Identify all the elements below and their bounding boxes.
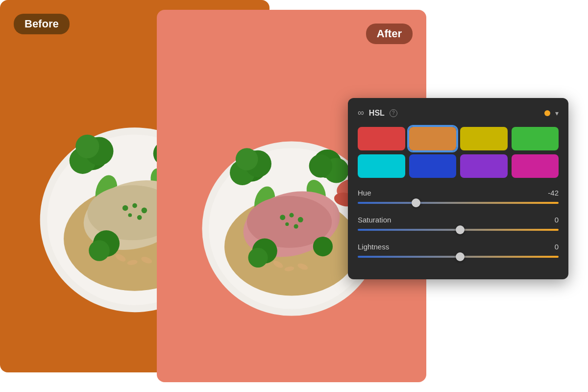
- hue-track[interactable]: [358, 202, 559, 204]
- swatch-green[interactable]: [512, 127, 559, 150]
- hue-label: Hue: [358, 189, 371, 197]
- saturation-label: Saturation: [358, 216, 391, 224]
- swatch-blue[interactable]: [409, 154, 457, 178]
- hue-slider-section: Hue -42: [358, 189, 559, 204]
- lightness-value: 0: [555, 243, 559, 251]
- svg-point-18: [142, 208, 147, 214]
- swatch-yellow[interactable]: [460, 127, 508, 150]
- svg-point-16: [122, 205, 128, 211]
- svg-point-33: [236, 148, 258, 171]
- hsl-panel: ∞ HSL ? ▾ Hue -: [348, 98, 568, 279]
- color-swatches: [358, 127, 559, 178]
- lightness-label: Lightness: [358, 243, 389, 251]
- swatch-purple[interactable]: [460, 154, 508, 178]
- hue-value: -42: [548, 189, 559, 197]
- svg-point-19: [128, 213, 132, 217]
- svg-point-43: [280, 215, 285, 220]
- panel-header-left: ∞ HSL ?: [358, 108, 397, 118]
- svg-point-20: [137, 215, 142, 220]
- panel-header: ∞ HSL ? ▾: [358, 108, 559, 118]
- svg-point-25: [89, 240, 110, 261]
- svg-point-44: [289, 213, 294, 218]
- svg-point-53: [313, 237, 333, 256]
- hsl-title: HSL: [369, 109, 385, 118]
- after-label: After: [366, 24, 413, 44]
- svg-point-45: [298, 217, 303, 222]
- swatch-cyan[interactable]: [358, 154, 405, 178]
- svg-point-36: [309, 154, 332, 177]
- svg-point-6: [75, 135, 99, 158]
- saturation-slider-header: Saturation 0: [358, 216, 559, 224]
- link-icon: ∞: [358, 108, 364, 118]
- hue-slider-header: Hue -42: [358, 189, 559, 197]
- saturation-slider-section: Saturation 0: [358, 216, 559, 231]
- saturation-value: 0: [555, 216, 559, 224]
- lightness-track[interactable]: [358, 256, 559, 258]
- swatch-magenta[interactable]: [512, 154, 559, 178]
- svg-point-47: [294, 224, 298, 228]
- hue-thumb[interactable]: [412, 198, 420, 207]
- help-icon[interactable]: ?: [390, 109, 397, 117]
- svg-point-17: [132, 203, 137, 208]
- lightness-slider-section: Lightness 0: [358, 243, 559, 258]
- saturation-thumb[interactable]: [456, 225, 465, 234]
- swatch-orange[interactable]: [409, 127, 457, 150]
- panel-header-right: ▾: [544, 109, 559, 117]
- saturation-track[interactable]: [358, 229, 559, 231]
- chevron-down-icon[interactable]: ▾: [555, 109, 559, 117]
- swatch-red[interactable]: [358, 127, 405, 150]
- lightness-slider-header: Lightness 0: [358, 243, 559, 251]
- orange-dot: [544, 110, 550, 116]
- svg-point-46: [285, 222, 289, 226]
- main-container: Before: [0, 0, 588, 392]
- before-label: Before: [14, 14, 70, 34]
- lightness-thumb[interactable]: [456, 252, 465, 261]
- svg-point-52: [248, 248, 268, 268]
